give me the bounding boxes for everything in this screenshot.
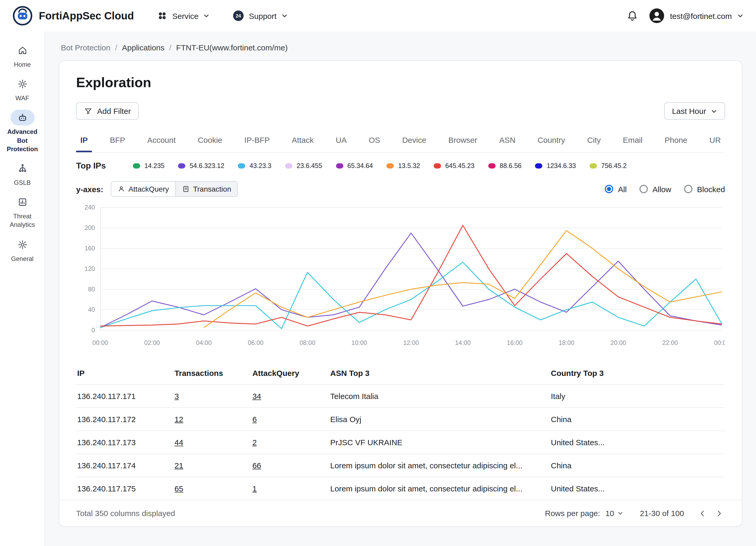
page-title: Exploration bbox=[76, 75, 725, 91]
yaxes-segmented: AttackQueryTransaction bbox=[111, 181, 238, 197]
cell-link[interactable]: 1 bbox=[252, 484, 257, 493]
cell-link[interactable]: 44 bbox=[175, 438, 183, 447]
cell: Telecom Italia bbox=[329, 385, 550, 408]
tab-ua[interactable]: UA bbox=[332, 129, 351, 152]
tab-ip-bfp[interactable]: IP-BFP bbox=[240, 129, 274, 152]
ip-table: IPTransactionsAttackQueryASN Top 3Countr… bbox=[76, 362, 725, 500]
legend-item[interactable]: 88.6.56 bbox=[488, 162, 521, 170]
cell-link[interactable]: 6 bbox=[252, 415, 257, 424]
tab-browser[interactable]: Browser bbox=[444, 129, 481, 152]
svg-text:0: 0 bbox=[92, 327, 95, 334]
service-menu[interactable]: Service bbox=[157, 11, 209, 21]
radio-all[interactable]: All bbox=[605, 185, 627, 193]
cell: 65 bbox=[174, 477, 251, 500]
sidebar: Home WAF Advanced Bot Protection GSLB Th… bbox=[0, 31, 45, 546]
cell: 136.240.117.172 bbox=[76, 408, 174, 431]
sidebar-item-gslb[interactable]: GSLB bbox=[0, 159, 44, 188]
legend-dot-icon bbox=[434, 163, 441, 169]
page-range-text: 21-30 of 100 bbox=[640, 509, 684, 518]
legend-item[interactable]: 14.235 bbox=[133, 162, 164, 170]
legend-item[interactable]: 65.34.64 bbox=[336, 162, 373, 170]
tab-attack[interactable]: Attack bbox=[288, 129, 318, 152]
table-row: 136.240.117.171334Telecom ItaliaItaly bbox=[76, 385, 725, 408]
breadcrumb-current: FTNT-EU(www.fortinet.com/me) bbox=[176, 43, 288, 52]
cell-link[interactable]: 2 bbox=[252, 438, 257, 447]
cell: 3 bbox=[174, 385, 251, 408]
home-icon bbox=[17, 45, 28, 56]
legend-item[interactable]: 43.23.3 bbox=[238, 162, 271, 170]
cell-link[interactable]: 3 bbox=[175, 392, 179, 401]
svg-text:00:00: 00:00 bbox=[92, 339, 108, 346]
legend-item[interactable]: 54.6.323.12 bbox=[178, 162, 224, 170]
tab-email[interactable]: Email bbox=[619, 129, 647, 152]
notifications-button[interactable] bbox=[626, 10, 638, 22]
user-menu[interactable]: test@fortinet.com bbox=[649, 8, 743, 24]
rows-per-page-select[interactable]: 10 bbox=[605, 509, 623, 518]
sidebar-item-waf[interactable]: WAF bbox=[0, 75, 44, 104]
svg-text:240: 240 bbox=[85, 204, 95, 211]
previous-page-button[interactable] bbox=[697, 507, 708, 519]
legend-dot-icon bbox=[133, 163, 140, 169]
sidebar-item-general[interactable]: General bbox=[0, 235, 44, 264]
tab-list: IPBFPAccountCookieIP-BFPAttackUAOSDevice… bbox=[76, 129, 725, 153]
cell-link[interactable]: 65 bbox=[175, 484, 183, 493]
svg-text:160: 160 bbox=[85, 245, 95, 252]
legend-item[interactable]: 645.45.23 bbox=[434, 162, 474, 170]
tab-cookie[interactable]: Cookie bbox=[193, 129, 226, 152]
sidebar-item-threat-analytics[interactable]: Threat Analytics bbox=[0, 193, 44, 231]
tab-country[interactable]: Country bbox=[533, 129, 569, 152]
tab-account[interactable]: Account bbox=[143, 129, 180, 152]
cell-link[interactable]: 34 bbox=[252, 392, 261, 401]
add-filter-button[interactable]: Add Filter bbox=[76, 102, 139, 120]
time-range-select[interactable]: Last Hour bbox=[664, 102, 725, 120]
cell-link[interactable]: 12 bbox=[175, 415, 183, 424]
legend-item[interactable]: 13.5.32 bbox=[387, 162, 420, 170]
radio-blocked[interactable]: Blocked bbox=[684, 185, 725, 193]
tab-ip[interactable]: IP bbox=[76, 129, 92, 152]
cell-link[interactable]: 66 bbox=[252, 461, 261, 470]
avatar-icon bbox=[649, 8, 665, 24]
tab-asn[interactable]: ASN bbox=[495, 129, 520, 152]
breadcrumb-applications[interactable]: Applications bbox=[122, 43, 165, 52]
tab-device[interactable]: Device bbox=[398, 129, 431, 152]
yaxes-label: y-axes: bbox=[76, 185, 103, 193]
segment-attackquery[interactable]: AttackQuery bbox=[111, 182, 175, 196]
cell: 6 bbox=[251, 408, 329, 431]
cell: 136.240.117.173 bbox=[76, 431, 174, 454]
svg-text:00:00: 00:00 bbox=[714, 339, 725, 346]
legend-item[interactable]: 23.6.455 bbox=[285, 162, 322, 170]
svg-text:16:00: 16:00 bbox=[507, 339, 523, 346]
svg-text:120: 120 bbox=[85, 265, 95, 272]
cell: Italy bbox=[550, 385, 725, 408]
total-columns-text: Total 350 columns displayed bbox=[76, 509, 175, 518]
top-ips-legend: Top IPs 14.23554.6.323.1243.23.323.6.455… bbox=[76, 161, 725, 171]
breadcrumb-separator: / bbox=[115, 43, 117, 52]
next-page-button[interactable] bbox=[713, 507, 725, 519]
breadcrumb-separator: / bbox=[169, 43, 171, 52]
cell: 2 bbox=[251, 431, 329, 454]
support-24-icon: 24 bbox=[233, 10, 244, 22]
svg-text:40: 40 bbox=[88, 306, 95, 313]
gear-icon bbox=[17, 239, 28, 250]
tab-ur[interactable]: UR bbox=[705, 129, 725, 152]
svg-text:12:00: 12:00 bbox=[403, 339, 419, 346]
tab-bfp[interactable]: BFP bbox=[106, 129, 129, 152]
sidebar-item-home[interactable]: Home bbox=[0, 41, 44, 70]
breadcrumb-bot-protection[interactable]: Bot Protection bbox=[61, 43, 110, 52]
tab-os[interactable]: OS bbox=[365, 129, 384, 152]
tab-city[interactable]: City bbox=[583, 129, 605, 152]
legend-item[interactable]: 756.45.2 bbox=[590, 162, 627, 170]
tab-phone[interactable]: Phone bbox=[660, 129, 692, 152]
support-menu[interactable]: 24 Support bbox=[233, 10, 287, 22]
segment-transaction[interactable]: Transaction bbox=[175, 182, 237, 196]
legend-item[interactable]: 1234.6.33 bbox=[535, 162, 576, 170]
cell: 66 bbox=[251, 454, 329, 477]
cell-link[interactable]: 21 bbox=[175, 461, 183, 470]
chevron-down-icon bbox=[281, 13, 287, 19]
sidebar-item-advanced-bot-protection[interactable]: Advanced Bot Protection bbox=[0, 108, 44, 155]
svg-text:04:00: 04:00 bbox=[196, 339, 212, 346]
radio-allow[interactable]: Allow bbox=[639, 185, 671, 193]
chart-area: 0408012016020024000:0002:0004:0006:0008:… bbox=[76, 202, 725, 355]
cell: 1 bbox=[251, 477, 329, 500]
legend-dot-icon bbox=[535, 163, 543, 169]
